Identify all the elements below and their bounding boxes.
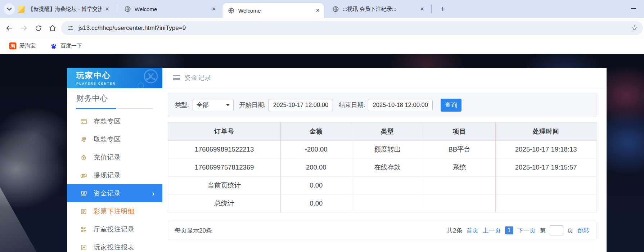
table-cell: 1760699757812369 — [168, 158, 281, 176]
search-button[interactable]: 查询 — [441, 99, 461, 112]
tab-title: Welcome — [238, 8, 312, 14]
chevron-down-icon — [226, 104, 230, 106]
table-cell: 0.00 — [280, 176, 352, 194]
table-cell — [423, 194, 496, 212]
table-cell: 总统计 — [168, 194, 281, 212]
per-page-text: 每页显示20条 — [175, 226, 447, 235]
globe-icon — [124, 5, 131, 13]
chevron-down-icon — [7, 8, 12, 11]
close-icon[interactable]: × — [316, 7, 320, 14]
sidebar-item-hall-bet-records[interactable]: 厅室投注记录 — [67, 220, 162, 238]
gamepad-decoration-icon — [134, 68, 160, 88]
close-icon[interactable]: × — [212, 6, 216, 12]
type-label: 类型: — [175, 101, 189, 109]
site-settings-icon[interactable] — [67, 24, 74, 32]
close-icon[interactable]: × — [420, 6, 424, 12]
type-select-value: 全部 — [197, 101, 226, 109]
sidebar-menu: 存款专区 取款专区 充值记录 提现记录 — [67, 112, 162, 252]
back-button[interactable] — [4, 23, 14, 33]
prev-page-link[interactable]: 上一页 — [483, 226, 501, 235]
table-cell — [496, 176, 596, 194]
lottery-detail-icon — [80, 208, 87, 215]
table-cell — [423, 176, 496, 194]
sidebar-item-deposit[interactable]: 存款专区 — [67, 112, 162, 130]
tab-welcome-active[interactable]: Welcome × — [222, 3, 324, 18]
end-date-input[interactable] — [368, 99, 433, 111]
table-cell: 系统 — [423, 158, 496, 176]
page-title: 资金记录 — [184, 73, 212, 82]
sidebar-item-label: 厅室投注记录 — [94, 225, 135, 234]
globe-icon — [332, 5, 339, 13]
globe-icon — [228, 7, 235, 14]
sidebar-item-funds-records[interactable]: 资金记录 › — [67, 184, 162, 202]
tab-title: Welcome — [135, 6, 208, 12]
browser-window: 【新提醒】海燕论坛 - 博学交流 × Welcome × Welcome × :… — [0, 0, 644, 252]
home-button[interactable] — [48, 23, 58, 33]
hall-bet-icon — [80, 226, 87, 233]
sidebar-item-withdraw[interactable]: 取款专区 — [67, 130, 162, 148]
sidebar-item-lottery-bet-detail[interactable]: 彩票下注明细 — [67, 202, 162, 220]
type-select[interactable]: 全部 — [193, 99, 234, 111]
bookmark-star-icon[interactable]: ☆ — [631, 24, 638, 32]
start-date-input[interactable] — [268, 99, 333, 111]
sidebar-item-cashout-records[interactable]: 提现记录 — [67, 166, 162, 184]
forward-arrow-icon — [20, 24, 28, 32]
tab-forum[interactable]: 【新提醒】海燕论坛 - 博学交流 × — [12, 0, 113, 18]
sidebar-item-label: 取款专区 — [94, 135, 121, 144]
sidebar-item-label: 提现记录 — [94, 171, 121, 180]
sidebar-item-label: 彩票下注明细 — [94, 207, 135, 216]
table-cell: 200.00 — [280, 158, 352, 176]
window-minimize-button[interactable] — [631, 8, 636, 9]
tab-welcome-1[interactable]: Welcome × — [119, 0, 220, 18]
sidebar-section: 财务中心 — [67, 88, 162, 109]
bookmark-baidu[interactable]: 百度一下 — [50, 42, 82, 50]
tab-separator — [116, 5, 116, 13]
address-bar[interactable]: js13.cc/hhcp/usercenter.html?iniType=9 ☆ — [61, 21, 643, 35]
bookmark-label: 百度一下 — [60, 42, 82, 49]
first-page-link[interactable]: 首页 — [467, 226, 479, 235]
bookmark-taobao[interactable]: 淘 爱淘宝 — [9, 42, 36, 49]
page-jump-input[interactable] — [550, 225, 563, 235]
report-icon — [80, 244, 87, 251]
page-header: 资金记录 — [162, 68, 607, 88]
cashout-icon — [80, 172, 87, 179]
table-cell: 额度转出 — [352, 140, 423, 158]
end-date-label: 结束日期: — [339, 101, 365, 109]
sidebar-item-player-bet-report[interactable]: 玩家投注报表 — [67, 238, 162, 252]
user-center-panel: 玩家中心 PLAYERS CENTER 财务中心 — [67, 68, 607, 252]
tab-video-records[interactable]: :::视讯 会员下注纪录::: × — [327, 0, 428, 18]
table-header-cell: 类型 — [352, 122, 423, 140]
reload-icon — [35, 24, 42, 32]
next-page-link[interactable]: 下一页 — [517, 226, 536, 235]
taobao-icon: 淘 — [9, 42, 16, 49]
sidebar-item-label: 存款专区 — [94, 117, 121, 126]
jump-link[interactable]: 跳转 — [577, 226, 590, 235]
chevron-right-icon: › — [152, 189, 154, 198]
url-text: js13.cc/hhcp/usercenter.html?iniType=9 — [78, 24, 631, 32]
forward-button[interactable] — [19, 23, 29, 33]
table-header-cell: 项目 — [423, 122, 496, 140]
home-icon — [49, 24, 57, 32]
recharge-icon — [80, 154, 87, 161]
table-cell: 在线存款 — [352, 158, 423, 176]
table-cell: -200.00 — [280, 140, 352, 158]
tab-title: :::视讯 会员下注纪录::: — [343, 6, 416, 13]
jump-suffix-text: 页 — [567, 226, 573, 235]
pagination-bar: 每页显示20条 共2条 首页 上一页 1 下一页 第 页 跳转 — [168, 221, 596, 240]
table-header-row: 订单号 金额 类型 项目 处理时间 — [168, 122, 596, 140]
jump-prefix-text: 第 — [540, 226, 546, 235]
reload-button[interactable] — [33, 23, 43, 33]
deposit-icon — [80, 118, 87, 125]
table-cell — [352, 176, 423, 194]
new-tab-button[interactable]: + — [438, 4, 448, 14]
close-icon[interactable]: × — [105, 6, 109, 12]
funds-table: 订单号 金额 类型 项目 处理时间 1760699891522213 -200.… — [168, 122, 596, 212]
table-row-grand-total: 总统计 0.00 — [168, 194, 596, 212]
table-cell: 0.00 — [280, 194, 352, 212]
current-page-badge[interactable]: 1 — [505, 226, 513, 234]
tab-finance-center[interactable]: 财务中心 — [76, 94, 108, 102]
sidebar-item-recharge-records[interactable]: 充值记录 — [67, 148, 162, 166]
tab-title: 【新提醒】海燕论坛 - 博学交流 — [28, 6, 102, 13]
browser-toolbar: js13.cc/hhcp/usercenter.html?iniType=9 ☆ — [0, 18, 644, 38]
sidebar: 玩家中心 PLAYERS CENTER 财务中心 — [67, 68, 162, 252]
